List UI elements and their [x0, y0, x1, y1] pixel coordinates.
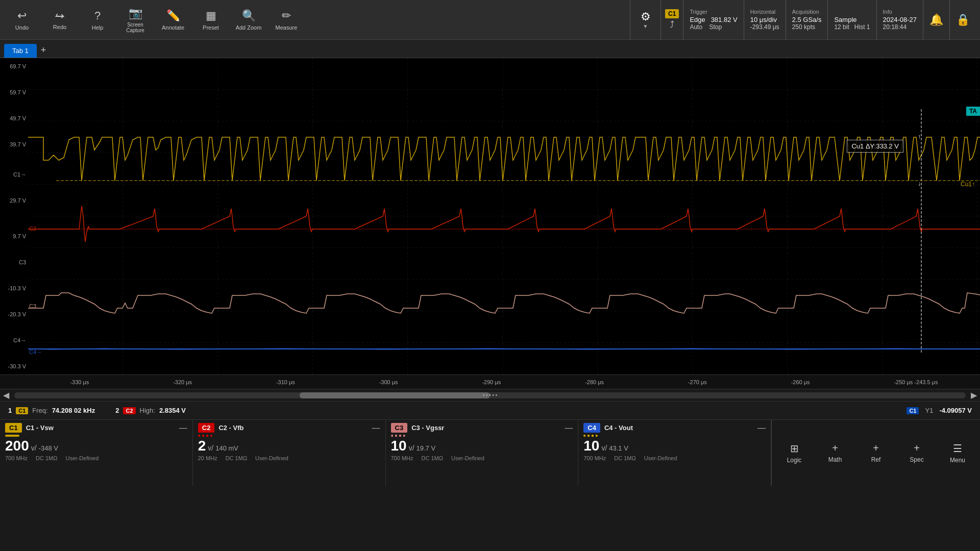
undo-button[interactable]: ↩ Undo [4, 2, 40, 38]
scroll-thumb[interactable] [300, 392, 490, 398]
ch3-panel[interactable]: C3 C3 - Vgssr — 10 v/ 19.7 V 700 MHz DC … [386, 420, 579, 486]
ch2-minus-button[interactable]: — [372, 423, 380, 433]
ch4-volt-offset: 43.1 V [609, 444, 628, 452]
ch4-minus-button[interactable]: — [757, 423, 766, 433]
ch3-volt-row: 10 v/ 19.7 V [391, 438, 573, 454]
scroll-track[interactable]: • • • • • [14, 392, 966, 398]
ch2-name-label: C2 - Vfb [218, 424, 243, 432]
meas-right: C1 Y1 -4.09057 V [906, 407, 972, 414]
tab-1[interactable]: Tab 1 [4, 44, 37, 58]
ch3-info: 700 MHz DC 1MΩ User-Defined [391, 455, 573, 461]
zoom-icon: 🔍 [242, 9, 256, 22]
ch2-panel[interactable]: C2 C2 - Vfb — 2 v/ 140 mV 20 MHz DC 1MΩ … [193, 420, 386, 486]
cursor-annotation: Cu1 ΔY:333.2 V [847, 140, 903, 153]
add-zoom-button[interactable]: 🔍 Add Zoom [231, 2, 266, 38]
menu-icon: ☰ [953, 442, 962, 455]
ref-button[interactable]: + Ref [855, 435, 896, 471]
math-icon: + [832, 442, 838, 454]
y-label-10: C4→ [0, 337, 28, 343]
ch2-probe: User-Defined [255, 455, 288, 461]
channel-panels: C1 C1 - Vsw — 200 v/ -348 V 700 MHz DC 1… [0, 419, 980, 486]
screen-capture-button[interactable]: 📷 ScreenCapture [117, 2, 153, 38]
ch3-dot-row [391, 435, 573, 437]
measure-button[interactable]: ✏ Measure [268, 2, 304, 38]
ch1-badge: C1 [5, 423, 22, 433]
horizontal-panel[interactable]: Horizontal 10 μs/div -293.49 μs [744, 0, 786, 40]
acquisition-detail-panel[interactable]: Sample 12 bit Hist 1 [827, 0, 876, 40]
c3-scope-label: C3 [29, 303, 36, 309]
ch3-volt-unit: v/ [409, 444, 414, 452]
tab-bar: Tab 1 + [0, 40, 980, 58]
ch4-panel[interactable]: C4 C4 - Vout — 10 v/ 43.1 V 700 MHz DC 1… [578, 420, 771, 486]
help-button[interactable]: ? Help [80, 2, 115, 38]
trigger-panel[interactable]: Trigger Edge 381.82 V Auto Stop [683, 0, 743, 40]
ch2-volt-row: 2 v/ 140 mV [198, 438, 380, 454]
logic-button[interactable]: ⊞ Logic [774, 435, 815, 471]
ch3-minus-button[interactable]: — [565, 423, 573, 433]
scroll-right-button[interactable]: ▶ [968, 389, 980, 402]
x-label-7: -260 μs [791, 379, 810, 385]
ref-icon: + [873, 442, 879, 454]
ch1-bw: 700 MHz [5, 455, 28, 461]
x-label-6: -270 μs [688, 379, 707, 385]
logic-icon: ⊞ [790, 442, 799, 455]
ch2-dot-row [198, 435, 380, 437]
x-label-1: -320 μs [173, 379, 192, 385]
ch4-probe: User-Defined [644, 455, 677, 461]
cursor-arrow-bottom: ↓ [918, 180, 921, 187]
ch1-panel[interactable]: C1 C1 - Vsw — 200 v/ -348 V 700 MHz DC 1… [0, 420, 193, 486]
bottom-right-buttons: ⊞ Logic + Math + Ref + Spec ☰ Menu [771, 420, 980, 486]
ch4-dot-row [583, 435, 766, 437]
redo-button[interactable]: ↪ Redo [42, 2, 78, 38]
ch1-info: 700 MHz DC 1MΩ User-Defined [5, 455, 187, 461]
oscilloscope-display[interactable]: 69.7 V 59.7 V 49.7 V 39.7 V C1→ 29.7 V 9… [0, 58, 980, 374]
scrollbar[interactable]: ◀ • • • • • ▶ [0, 389, 980, 401]
ta-marker: TA [966, 107, 980, 116]
ch2-volt-big: 2 [198, 438, 206, 454]
lock-button[interactable]: 🔒 [949, 0, 976, 40]
y-label-0: 69.7 V [0, 63, 28, 69]
gear-icon: ⚙ [641, 10, 651, 23]
scroll-dots: • • • • • [483, 392, 498, 398]
bell-icon: 🔔 [929, 13, 943, 27]
y-label-8: -10.3 V [0, 285, 28, 291]
ch1-volt-offset: -348 V [39, 444, 58, 452]
camera-icon: 📷 [129, 7, 142, 20]
settings-button[interactable]: ⚙ ▼ [630, 0, 660, 40]
ch3-header: C3 C3 - Vgssr — [391, 423, 573, 433]
annotate-icon: ✏️ [166, 9, 180, 22]
ch1-volt-unit: v/ [31, 444, 37, 452]
annotate-button[interactable]: ✏️ Annotate [155, 2, 191, 38]
toolbar-right-panels: ⚙ ▼ C1 ⤴ Trigger Edge 381.82 V Auto Stop [630, 0, 976, 40]
y-label-6: 9.7 V [0, 233, 28, 239]
ch4-bw: 700 MHz [583, 455, 606, 461]
ch3-coupling: DC 1MΩ [422, 455, 443, 461]
ch2-badge: C2 [198, 423, 215, 433]
y-label-2: 49.7 V [0, 115, 28, 121]
spec-icon: + [914, 442, 920, 454]
menu-button[interactable]: ☰ Menu [937, 435, 978, 471]
notification-button[interactable]: 🔔 [923, 0, 949, 40]
spec-button[interactable]: + Spec [896, 435, 937, 471]
math-button[interactable]: + Math [815, 435, 855, 471]
preset-button[interactable]: ▦ Preset [193, 2, 229, 38]
ch2-volt-offset: 140 mV [215, 444, 238, 452]
x-axis: -330 μs -320 μs -310 μs -300 μs -290 μs … [0, 374, 980, 389]
ch1-coupling: DC 1MΩ [36, 455, 57, 461]
ch1-probe: User-Defined [65, 455, 99, 461]
add-tab-button[interactable]: + [37, 43, 51, 58]
ch3-probe: User-Defined [451, 455, 484, 461]
acquisition-panel[interactable]: Acquisition 2.5 GSa/s 250 kpts [786, 0, 828, 40]
ch1-volt-row: 200 v/ -348 V [5, 438, 187, 454]
dropdown-arrow-icon: ▼ [643, 23, 648, 29]
preset-icon: ▦ [206, 9, 216, 22]
ch1-minus-button[interactable]: — [179, 423, 187, 433]
ch1-color-dot [5, 435, 19, 437]
scroll-left-button[interactable]: ◀ [0, 389, 12, 402]
main-toolbar: ↩ Undo ↪ Redo ? Help 📷 ScreenCapture ✏️ … [0, 0, 980, 40]
ch4-badge: C4 [583, 423, 600, 433]
info-panel[interactable]: Info 2024-08-27 20:18:44 [876, 0, 923, 40]
svg-rect-2 [28, 58, 980, 374]
ch1-header: C1 C1 - Vsw — [5, 423, 187, 433]
help-icon: ? [94, 9, 101, 22]
